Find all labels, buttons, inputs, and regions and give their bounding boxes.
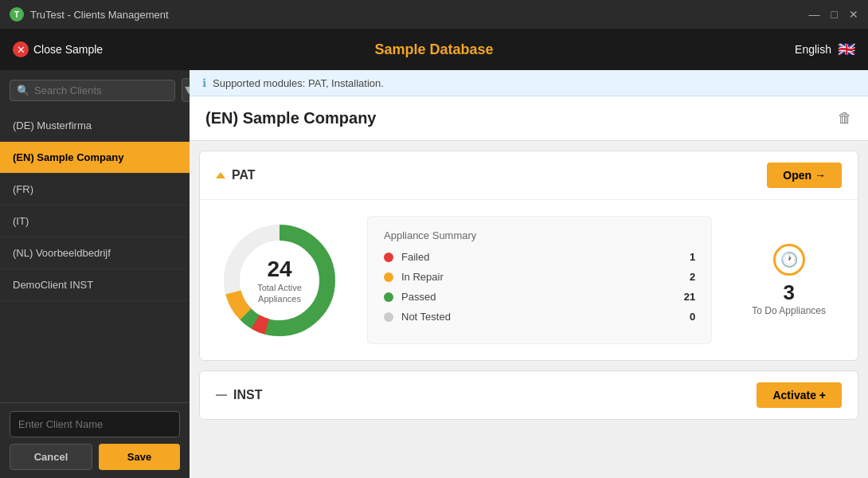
language-label: English bbox=[795, 43, 831, 56]
donut-subtitle: Total ActiveAppliances bbox=[257, 281, 302, 304]
activate-button[interactable]: Activate + bbox=[757, 382, 842, 408]
inst-module-name: INST bbox=[233, 388, 262, 402]
db-title: Sample Database bbox=[374, 41, 493, 58]
todo-count: 3 bbox=[783, 280, 794, 305]
client-list: (DE) Musterfirma (EN) Sample Company (FR… bbox=[0, 110, 190, 402]
summary-row-repair: In Repair 2 bbox=[384, 271, 695, 283]
passed-count: 21 bbox=[671, 291, 695, 303]
title-bar: T TruTest - Clients Management — □ ✕ bbox=[0, 0, 868, 29]
repair-label: In Repair bbox=[401, 271, 663, 283]
info-icon: ℹ bbox=[202, 76, 206, 89]
sidebar-action-buttons: Cancel Save bbox=[10, 444, 180, 470]
close-button[interactable]: ✕ bbox=[849, 8, 858, 21]
pat-content: 24 Total ActiveAppliances Appliance Summ… bbox=[200, 200, 858, 360]
app-title: TruTest - Clients Management bbox=[30, 9, 803, 21]
search-bar: 🔍 ▼ bbox=[0, 70, 190, 110]
close-sample-label: Close Sample bbox=[33, 43, 103, 56]
client-item-fr[interactable]: (FR) bbox=[0, 174, 190, 206]
client-item-en[interactable]: (EN) Sample Company bbox=[0, 142, 190, 174]
summary-row-not-tested: Not Tested 0 bbox=[384, 311, 695, 323]
failed-label: Failed bbox=[401, 251, 663, 263]
language-section: English 🇬🇧 bbox=[795, 41, 855, 58]
search-input[interactable] bbox=[34, 84, 168, 96]
inst-title-wrap: INST bbox=[216, 388, 262, 402]
flag-icon: 🇬🇧 bbox=[838, 41, 855, 58]
client-name-input[interactable] bbox=[10, 411, 180, 437]
delete-button[interactable]: 🗑 bbox=[838, 110, 852, 127]
passed-dot bbox=[384, 292, 393, 302]
pat-module: PAT Open → bbox=[199, 151, 858, 361]
summary-title: Appliance Summary bbox=[384, 229, 695, 241]
not-tested-dot bbox=[384, 312, 393, 322]
failed-dot bbox=[384, 253, 393, 262]
search-input-wrap[interactable]: 🔍 bbox=[10, 80, 175, 101]
summary-row-passed: Passed 21 bbox=[384, 291, 695, 303]
window-controls[interactable]: — □ ✕ bbox=[809, 8, 858, 21]
failed-count: 1 bbox=[671, 251, 695, 263]
top-bar: ✕ Close Sample Sample Database English 🇬… bbox=[0, 29, 868, 70]
save-button[interactable]: Save bbox=[99, 444, 180, 470]
pat-module-header: PAT Open → bbox=[200, 151, 858, 200]
passed-label: Passed bbox=[401, 291, 663, 303]
donut-total: 24 bbox=[257, 256, 302, 281]
appliance-summary: Appliance Summary Failed 1 In Repair 2 P… bbox=[367, 216, 712, 344]
info-bar: ℹ Supported modules: PAT, Installation. bbox=[190, 70, 868, 96]
open-button[interactable]: Open → bbox=[767, 163, 842, 188]
repair-count: 2 bbox=[671, 271, 695, 283]
sidebar: 🔍 ▼ (DE) Musterfirma (EN) Sample Company… bbox=[0, 70, 190, 478]
chevron-up-icon[interactable] bbox=[216, 172, 225, 178]
content-area: ℹ Supported modules: PAT, Installation. … bbox=[190, 70, 868, 478]
search-icon: 🔍 bbox=[17, 84, 29, 96]
close-icon: ✕ bbox=[13, 41, 29, 57]
todo-label: To Do Appliances bbox=[752, 305, 826, 316]
cancel-button[interactable]: Cancel bbox=[10, 444, 92, 470]
company-name: (EN) Sample Company bbox=[205, 109, 376, 127]
summary-row-failed: Failed 1 bbox=[384, 251, 695, 263]
client-item-de[interactable]: (DE) Musterfirma bbox=[0, 110, 190, 142]
maximize-button[interactable]: □ bbox=[831, 8, 838, 21]
inst-module: INST Activate + bbox=[199, 370, 858, 420]
todo-clock-icon: 🕐 bbox=[773, 244, 805, 276]
info-text: Supported modules: PAT, Installation. bbox=[213, 77, 384, 89]
pat-module-name: PAT bbox=[232, 168, 256, 182]
donut-chart: 24 Total ActiveAppliances bbox=[216, 217, 343, 344]
not-tested-count: 0 bbox=[671, 311, 695, 323]
main-layout: 🔍 ▼ (DE) Musterfirma (EN) Sample Company… bbox=[0, 70, 868, 478]
client-item-it[interactable]: (IT) bbox=[0, 206, 190, 237]
repair-dot bbox=[384, 272, 393, 282]
minimize-button[interactable]: — bbox=[809, 8, 820, 21]
donut-label: 24 Total ActiveAppliances bbox=[257, 256, 302, 304]
sidebar-bottom: Cancel Save bbox=[0, 402, 190, 478]
client-item-demo[interactable]: DemoClient INST bbox=[0, 269, 190, 301]
close-sample-button[interactable]: ✕ Close Sample bbox=[13, 41, 103, 57]
app-icon: T bbox=[10, 7, 24, 22]
inst-module-header: INST Activate + bbox=[200, 371, 858, 419]
company-header: (EN) Sample Company 🗑 bbox=[190, 96, 868, 141]
not-tested-label: Not Tested bbox=[401, 311, 663, 323]
collapse-icon[interactable] bbox=[216, 394, 227, 396]
todo-section: 🕐 3 To Do Appliances bbox=[736, 236, 842, 324]
client-item-nl[interactable]: (NL) Voorbeeldbedrijf bbox=[0, 237, 190, 269]
pat-title-wrap: PAT bbox=[216, 168, 256, 182]
